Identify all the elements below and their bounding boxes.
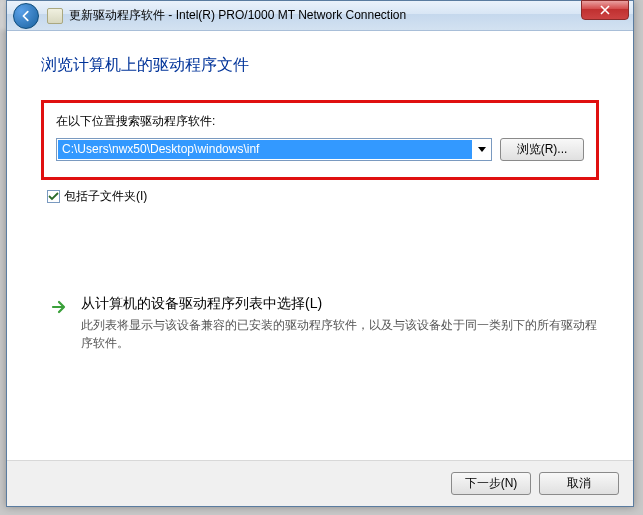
back-arrow-icon xyxy=(19,9,33,23)
option-description: 此列表将显示与该设备兼容的已安装的驱动程序软件，以及与该设备处于同一类别下的所有… xyxy=(81,316,599,352)
checkmark-icon xyxy=(48,191,59,202)
close-button[interactable] xyxy=(581,0,629,20)
window-title: 更新驱动程序软件 - Intel(R) PRO/1000 MT Network … xyxy=(69,7,633,24)
option-arrow xyxy=(51,295,69,352)
back-button[interactable] xyxy=(13,3,39,29)
option-body: 从计算机的设备驱动程序列表中选择(L) 此列表将显示与该设备兼容的已安装的驱动程… xyxy=(81,295,599,352)
browse-button[interactable]: 浏览(R)... xyxy=(500,138,584,161)
pick-from-list-option[interactable]: 从计算机的设备驱动程序列表中选择(L) 此列表将显示与该设备兼容的已安装的驱动程… xyxy=(51,295,599,352)
arrow-right-icon xyxy=(51,299,67,315)
combobox-arrow[interactable] xyxy=(473,139,491,160)
titlebar: 更新驱动程序软件 - Intel(R) PRO/1000 MT Network … xyxy=(7,1,633,31)
footer: 下一步(N) 取消 xyxy=(7,460,633,506)
spacer xyxy=(41,205,599,295)
path-row: C:\Users\nwx50\Desktop\windows\inf 浏览(R)… xyxy=(56,138,584,161)
search-location-label: 在以下位置搜索驱动程序软件: xyxy=(56,113,584,130)
path-value: C:\Users\nwx50\Desktop\windows\inf xyxy=(58,140,472,159)
include-subfolders-label: 包括子文件夹(I) xyxy=(64,188,147,205)
highlight-box: 在以下位置搜索驱动程序软件: C:\Users\nwx50\Desktop\wi… xyxy=(41,100,599,180)
path-combobox[interactable]: C:\Users\nwx50\Desktop\windows\inf xyxy=(56,138,492,161)
include-subfolders-checkbox[interactable] xyxy=(47,190,60,203)
option-title: 从计算机的设备驱动程序列表中选择(L) xyxy=(81,295,599,313)
chevron-down-icon xyxy=(478,147,486,153)
include-subfolders-row: 包括子文件夹(I) xyxy=(47,188,599,205)
dialog-window: 更新驱动程序软件 - Intel(R) PRO/1000 MT Network … xyxy=(6,0,634,507)
close-icon xyxy=(600,5,610,15)
content-area: 浏览计算机上的驱动程序文件 在以下位置搜索驱动程序软件: C:\Users\nw… xyxy=(7,31,633,460)
cancel-button[interactable]: 取消 xyxy=(539,472,619,495)
page-heading: 浏览计算机上的驱动程序文件 xyxy=(41,55,599,76)
device-icon xyxy=(47,8,63,24)
next-button[interactable]: 下一步(N) xyxy=(451,472,531,495)
